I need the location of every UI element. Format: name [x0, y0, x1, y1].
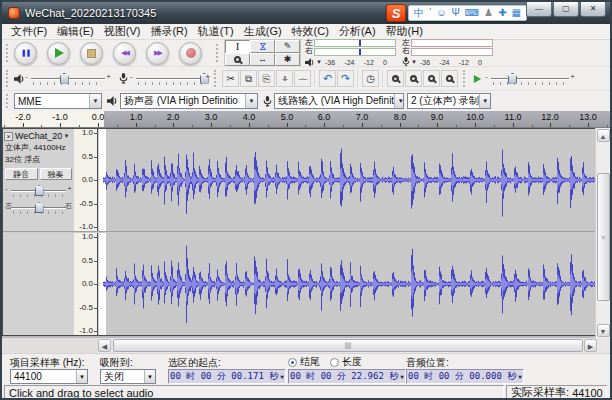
minimize-button[interactable]: — [526, 2, 552, 17]
selection-end-field[interactable]: 00 时 00 分 22.962 秒▼ [288, 369, 406, 384]
scroll-right-arrow-icon[interactable]: ▶ [584, 339, 597, 352]
recording-meter[interactable]: 左 右 ▼ -36-24-120 [402, 39, 493, 68]
chinese-mode-icon[interactable]: 中 [414, 8, 424, 18]
selection-tool-button[interactable]: I [225, 40, 250, 53]
window-title: WeChat_20220213170345 [25, 7, 156, 19]
skip-to-start-button[interactable]: ◀◀ [113, 42, 136, 65]
track-close-button[interactable]: × [4, 132, 13, 141]
vertical-ruler-channel-1[interactable]: 1.00.50.0-0.5-1.0 [74, 129, 98, 231]
project-rate-select[interactable]: 44100▼ [10, 369, 88, 384]
voice-input-icon[interactable]: Ψ [451, 8, 459, 18]
toolbar-gripper[interactable] [6, 94, 11, 108]
toolbar-gripper[interactable] [214, 70, 219, 86]
user-account-icon[interactable]: ♟ [484, 8, 493, 18]
menu-item-effect[interactable]: 特效(C) [287, 24, 334, 39]
vertical-scrollbar[interactable]: ▲ ≡ ▼ [595, 128, 610, 338]
paste-button[interactable]: ⎘ [258, 70, 275, 87]
toolbar-gripper[interactable] [6, 70, 11, 86]
toolbar-gripper[interactable] [6, 44, 11, 62]
silence-audio-button[interactable]: –·– [294, 70, 311, 87]
title-bar[interactable]: WeChat_20220213170345 S 中’☺Ψ⌨♟✚▦ — ▢ ✕ [2, 2, 610, 24]
vertical-scroll-thumb[interactable]: ≡ [597, 173, 610, 301]
input-volume-slider[interactable]: - + [130, 73, 210, 85]
length-radio[interactable]: 长度 [330, 355, 362, 369]
end-radio[interactable]: 结尾 [288, 355, 320, 369]
dropdown-arrow-icon[interactable]: ▼ [316, 59, 322, 65]
timeline-ruler[interactable]: -2.0-1.00.01.02.03.04.05.06.07.08.09.010… [2, 111, 610, 128]
horizontal-scrollbar[interactable]: ◀ ⫿⫿⫿ ▶ [2, 338, 610, 353]
ruler-minor-tick [343, 125, 344, 127]
waveform-channel-1[interactable] [99, 129, 598, 231]
undo-button[interactable]: ↶ [319, 70, 336, 87]
zoom-tool-button[interactable] [225, 53, 250, 66]
gain-thumb[interactable] [35, 185, 44, 196]
ime-icon-strip[interactable]: 中’☺Ψ⌨♟✚▦ [408, 5, 527, 21]
menu-item-file[interactable]: 文件(F) [6, 24, 52, 39]
toolbar-gripper[interactable] [216, 44, 221, 62]
toolbar-gripper[interactable] [463, 70, 468, 86]
track-menu-arrow-icon[interactable]: ▼ [63, 133, 69, 139]
scroll-up-arrow-icon[interactable]: ▲ [597, 129, 610, 142]
stop-button[interactable] [80, 42, 103, 65]
output-volume-thumb[interactable] [60, 73, 69, 84]
meter-right-label: 右 [305, 47, 313, 55]
skin-icon[interactable]: ✚ [498, 8, 506, 18]
gain-slider[interactable]: - + [5, 185, 72, 197]
menu-item-view[interactable]: 视图(V) [99, 24, 146, 39]
menu-item-help[interactable]: 帮助(H) [381, 24, 428, 39]
scroll-down-arrow-icon[interactable]: ▼ [597, 324, 610, 337]
input-channels-select[interactable]: 2 (立体声) 录制▼ [407, 93, 491, 109]
playback-speed-thumb[interactable] [508, 73, 517, 84]
timeshift-tool-button[interactable]: ↔ [250, 53, 275, 66]
menu-item-generate[interactable]: 生成(G) [239, 24, 287, 39]
emoji-icon[interactable]: ☺ [436, 8, 446, 18]
fit-project-button[interactable] [441, 70, 458, 87]
fit-selection-button[interactable] [423, 70, 440, 87]
snap-to-select[interactable]: 关闭▼ [100, 369, 156, 384]
pan-slider[interactable]: 左 右 [5, 202, 72, 214]
playback-meter[interactable]: 左 右 ▼ -36-24-120 [305, 39, 396, 68]
dropdown-arrow-icon[interactable]: ▼ [411, 59, 417, 65]
mute-button[interactable]: 静音 [5, 168, 38, 180]
envelope-tool-button[interactable]: ⋈ [250, 40, 275, 53]
toolbox-icon[interactable]: ▦ [512, 8, 521, 18]
punctuation-mode-icon[interactable]: ’ [429, 8, 431, 18]
maximize-button[interactable]: ▢ [553, 2, 579, 17]
audio-position-field[interactable]: 00 时 00 分 00.000 秒▼ [406, 369, 524, 384]
copy-button[interactable]: ⧉ [240, 70, 257, 87]
input-device-select[interactable]: 线路输入 (VIA High Definit▼ [274, 93, 404, 109]
trim-audio-button[interactable]: -‖- [276, 70, 293, 87]
horizontal-scroll-thumb[interactable]: ⫿⫿⫿ [113, 339, 583, 352]
menu-item-edit[interactable]: 编辑(E) [52, 24, 99, 39]
play-at-speed-icon[interactable] [474, 75, 481, 83]
vertical-ruler-channel-2[interactable]: 1.00.50.0-0.5-1.0 [74, 233, 98, 335]
redo-button[interactable]: ↷ [337, 70, 354, 87]
menu-item-transport[interactable]: 播录(R) [145, 24, 192, 39]
ime-language-bar[interactable]: S 中’☺Ψ⌨♟✚▦ [386, 4, 527, 22]
zoom-out-button[interactable]: − [405, 70, 422, 87]
sync-lock-button[interactable]: ◷ [362, 70, 379, 87]
zoom-in-button[interactable]: + [387, 70, 404, 87]
solo-button[interactable]: 独奏 [40, 168, 73, 180]
pause-button[interactable]: ❚❚ [14, 42, 37, 65]
menu-item-analyze[interactable]: 分析(A) [334, 24, 381, 39]
play-button[interactable] [47, 42, 70, 65]
menu-item-tracks[interactable]: 轨道(T) [193, 24, 239, 39]
soft-keyboard-icon[interactable]: ⌨ [465, 8, 479, 18]
pan-thumb[interactable] [35, 202, 44, 213]
output-volume-slider[interactable]: - + [25, 73, 111, 85]
multi-tool-button[interactable]: ✱ [275, 53, 300, 66]
skip-to-end-button[interactable]: ▶▶ [146, 42, 169, 65]
cut-button[interactable]: ✂ [222, 70, 239, 87]
playback-speed-slider[interactable]: - + [485, 73, 575, 85]
sogou-logo-icon[interactable]: S [386, 4, 406, 22]
audio-host-select[interactable]: MME▼ [14, 93, 102, 109]
track-name-menu[interactable]: WeChat_20 [15, 131, 62, 141]
close-button[interactable]: ✕ [580, 2, 606, 17]
output-device-select[interactable]: 扬声器 (VIA High Definitio▼ [120, 93, 258, 109]
selection-start-field[interactable]: 00 时 00 分 00.171 秒▼ [168, 369, 286, 384]
scroll-left-arrow-icon[interactable]: ◀ [98, 339, 111, 352]
draw-tool-button[interactable]: ✎ [275, 40, 300, 53]
waveform-channel-2[interactable] [99, 233, 598, 335]
record-button[interactable] [179, 42, 202, 65]
